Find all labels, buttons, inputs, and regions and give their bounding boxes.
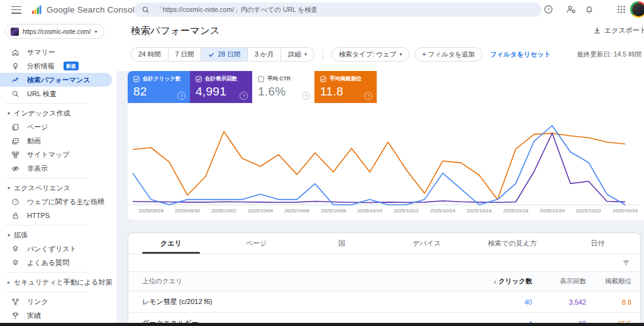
- sidebar-section-label: 拡張: [14, 231, 28, 240]
- column-position[interactable]: 掲載順位: [586, 277, 640, 286]
- metric-cards: 合計クリック数 82 ? 合計表示回数 4,991 ? 平均 CTR 1.6%: [128, 71, 644, 103]
- sidebar-item-label: 分析情報: [27, 62, 55, 71]
- chevron-down-icon: ▾: [399, 52, 402, 57]
- sidebar-item-removals[interactable]: 非表示: [0, 161, 116, 175]
- user-settings-icon[interactable]: [566, 4, 576, 14]
- average-ctr-card[interactable]: 平均 CTR 1.6% ?: [252, 71, 314, 103]
- help-icon[interactable]: ?: [240, 92, 248, 100]
- range-3m-button[interactable]: 3 か月: [248, 48, 281, 61]
- property-selector[interactable]: https://cosmic-note.com/ ▾: [5, 24, 104, 39]
- sidebar-item-achievements[interactable]: 実績: [0, 308, 116, 322]
- sidebar-item-label: URL 検査: [27, 89, 57, 99]
- sidebar-item-videos[interactable]: 動画: [0, 134, 116, 148]
- sidebar-divider: [5, 291, 88, 292]
- range-28d-button[interactable]: 28 日間: [201, 48, 248, 61]
- sidebar-divider: [5, 225, 88, 225]
- performance-chart-area[interactable]: 2025/09/282025/09/302025/10/022025/10/04…: [128, 106, 638, 215]
- x-axis-label: 2025/09/28: [138, 208, 164, 214]
- google-search-console-app: Google Search Console 「https://cosmic-no…: [0, 0, 644, 326]
- notifications-bell-icon[interactable]: [584, 4, 594, 14]
- sidebar-item-breadcrumbs[interactable]: パンくずリスト: [0, 242, 116, 256]
- x-axis-label: 2025/10/20: [540, 208, 565, 214]
- account-avatar[interactable]: [630, 1, 644, 18]
- bottom-scrollbar[interactable]: [0, 323, 644, 326]
- tab-pages[interactable]: ページ: [214, 233, 299, 254]
- range-more-button[interactable]: 詳細 ▾: [281, 48, 314, 61]
- download-icon: [593, 26, 601, 35]
- sidebar-item-label: サマリー: [27, 48, 55, 57]
- add-filter-button[interactable]: + フィルタを追加: [414, 47, 482, 62]
- sidebar-item-links[interactable]: リンク: [0, 295, 116, 308]
- x-axis-label: 2025/10/22: [576, 208, 601, 214]
- lock-icon: [11, 212, 19, 220]
- sidebar-section-indexing[interactable]: ▾ インデックス作成: [0, 106, 116, 120]
- last-updated-text: 最終更新日: 14.5 時間: [577, 50, 641, 59]
- sidebar-item-search-performance[interactable]: 検索パフォーマンス: [0, 73, 112, 87]
- layers-icon: [11, 245, 19, 253]
- total-impressions-card[interactable]: 合計表示回数 4,991 ?: [190, 71, 252, 103]
- query-table-panel: クエリ ページ 国 デバイス 検索での見え方 日付 上位のクエリ ↓ クリック数…: [128, 232, 641, 326]
- check-icon: [208, 52, 214, 58]
- tab-dates[interactable]: 日付: [555, 233, 640, 254]
- column-top-queries[interactable]: 上位のクエリ: [128, 277, 469, 286]
- sidebar-item-summary[interactable]: サマリー: [0, 45, 116, 59]
- help-icon[interactable]: ?: [543, 4, 553, 14]
- sidebar-divider: [5, 272, 88, 273]
- url-inspection-searchbar[interactable]: 「https://cosmic-note.com/」内のすべての URL を検査: [134, 3, 541, 17]
- card-label: 平均 CTR: [267, 75, 291, 83]
- searchbar-text: 「https://cosmic-note.com/」内のすべての URL を検査: [156, 6, 318, 14]
- toolbar-divider: [323, 50, 323, 60]
- svg-text:?: ?: [547, 7, 550, 13]
- avatar-photo: [632, 3, 644, 16]
- checkbox-unchecked-icon: [258, 76, 264, 82]
- sidebar-item-faq[interactable]: よくある質問: [0, 256, 116, 269]
- performance-chart: [128, 106, 638, 206]
- range-28d-label: 28 日間: [218, 50, 240, 59]
- filter-funnel-icon[interactable]: [622, 259, 630, 267]
- help-icon[interactable]: ?: [177, 92, 186, 100]
- sidebar-item-core-web-vitals[interactable]: ウェブに関する主な指標: [0, 195, 116, 209]
- clicks-cell: 40: [469, 298, 532, 306]
- export-button[interactable]: エクスポート: [593, 26, 644, 35]
- average-position-card[interactable]: 平均掲載順位 11.8 ?: [314, 71, 377, 103]
- apps-grid-icon[interactable]: [616, 4, 626, 14]
- search-type-button[interactable]: 検索タイプ: ウェブ ▾: [331, 47, 409, 62]
- app-logo[interactable]: Google Search Console: [31, 4, 140, 15]
- page-title: 検索パフォーマンス: [131, 24, 220, 38]
- card-label: 合計表示回数: [205, 75, 237, 83]
- tab-queries[interactable]: クエリ: [128, 233, 214, 254]
- x-axis-label: 2025/10/24: [613, 208, 638, 214]
- sidebar-section-security[interactable]: ▸ セキュリティと手動による対策: [0, 275, 116, 289]
- help-icon[interactable]: ?: [364, 92, 372, 100]
- column-clicks-sorted[interactable]: ↓ クリック数: [469, 277, 532, 286]
- sidebar-section-label: インデックス作成: [14, 109, 70, 118]
- links-icon: [11, 298, 19, 306]
- tab-search-appearance[interactable]: 検索での見え方: [470, 233, 555, 254]
- app-title: Google Search Console: [47, 5, 140, 14]
- sidebar-divider: [5, 178, 88, 178]
- x-axis-label: 2025/10/10: [357, 208, 382, 214]
- table-row[interactable]: レモン彗星 (c/2012 f6) 40 3,542 8.8: [128, 291, 640, 313]
- tab-countries[interactable]: 国: [299, 233, 384, 254]
- x-axis-labels: 2025/09/282025/09/302025/10/022025/10/04…: [128, 208, 638, 217]
- total-clicks-card[interactable]: 合計クリック数 82 ?: [128, 71, 190, 103]
- sidebar-item-pages[interactable]: ページ: [0, 120, 116, 134]
- tab-devices[interactable]: デバイス: [384, 233, 470, 254]
- sidebar-item-label: 非表示: [27, 164, 48, 173]
- sidebar-item-https[interactable]: HTTPS: [0, 209, 116, 222]
- menu-icon[interactable]: [11, 6, 21, 14]
- sidebar-item-insights[interactable]: 分析情報 新規: [0, 59, 116, 73]
- gauge-icon: [11, 198, 19, 206]
- help-icon[interactable]: ?: [302, 92, 310, 100]
- card-value: 82: [133, 85, 184, 99]
- reset-filters-link[interactable]: フィルタをリセット: [490, 50, 551, 59]
- sidebar-item-sitemaps[interactable]: サイトマップ: [0, 148, 116, 161]
- range-24h-button[interactable]: 24 時間: [131, 48, 169, 61]
- position-cell: 8.8: [586, 298, 640, 306]
- sidebar-item-url-inspection[interactable]: URL 検査: [0, 87, 116, 101]
- column-impressions[interactable]: 表示回数: [532, 277, 586, 286]
- series-line-position: [133, 131, 625, 200]
- sidebar-section-enhancements[interactable]: ▾ 拡張: [0, 228, 116, 242]
- range-7d-button[interactable]: 7 日間: [169, 48, 202, 61]
- sidebar-section-experience[interactable]: ▾ エクスペリエンス: [0, 181, 116, 195]
